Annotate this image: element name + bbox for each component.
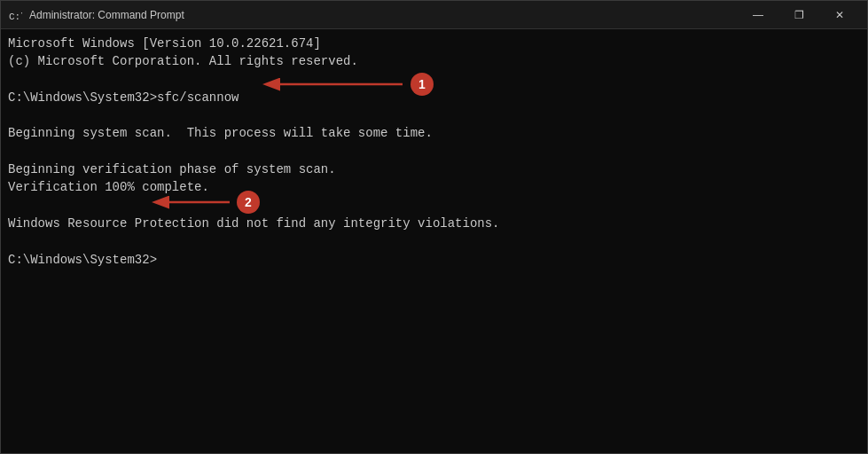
minimize-button[interactable]: —: [738, 1, 778, 29]
console-line: C:\Windows\System32>sfc/scannow: [8, 89, 860, 106]
console-output: Microsoft Windows [Version 10.0.22621.67…: [8, 35, 860, 269]
console-line: Verification 100% complete.: [8, 178, 860, 196]
console-line: Windows Resource Protection did not find…: [8, 215, 860, 232]
console-body[interactable]: Microsoft Windows [Version 10.0.22621.67…: [1, 29, 867, 453]
console-line: [8, 143, 860, 160]
close-button[interactable]: ✕: [819, 1, 860, 29]
window-title: Administrator: Command Prompt: [29, 9, 738, 21]
console-line: Beginning verification phase of system s…: [8, 160, 860, 178]
console-line: Microsoft Windows [Version 10.0.22621.67…: [8, 35, 860, 52]
console-line: [8, 197, 860, 215]
maximize-button[interactable]: ❐: [778, 1, 819, 29]
title-bar: C:\ Administrator: Command Prompt — ❐ ✕: [1, 1, 867, 29]
cmd-icon: C:\: [8, 8, 22, 22]
console-line: (c) Microsoft Corporation. All rights re…: [8, 52, 860, 70]
console-line: [8, 232, 860, 250]
command-prompt-window: C:\ Administrator: Command Prompt — ❐ ✕ …: [0, 0, 868, 454]
svg-text:C:\: C:\: [9, 12, 22, 22]
console-line: Beginning system scan. This process will…: [8, 124, 860, 142]
console-line: C:\Windows\System32>: [8, 251, 860, 269]
console-line: [8, 71, 860, 89]
title-bar-controls: — ❐ ✕: [738, 1, 860, 29]
console-line: [8, 106, 860, 124]
